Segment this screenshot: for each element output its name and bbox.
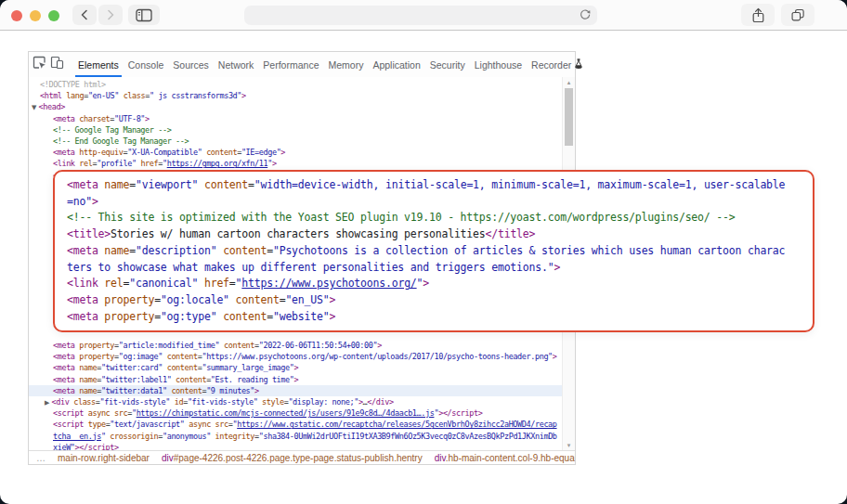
code-line[interactable]: <link rel="profile" href="https://gmpg.o… [29, 158, 562, 169]
code-seg-ar: ▶ [45, 399, 52, 407]
scroll-up-icon[interactable]: ▴ [563, 78, 575, 87]
code-line[interactable]: tcha__en.js" crossorigin="anonymous" int… [29, 431, 562, 442]
chevron-left-icon [80, 9, 89, 20]
tab-elements[interactable]: Elements [73, 52, 124, 77]
close-window-button[interactable] [11, 10, 22, 21]
tab-recorder[interactable]: Recorder [527, 52, 588, 77]
code-seg-tg: > [280, 148, 285, 157]
share-button[interactable] [741, 4, 775, 26]
address-bar[interactable] [244, 6, 597, 25]
code-seg-tg: > [553, 352, 557, 361]
code-line[interactable]: =no"> [67, 194, 801, 211]
code-line[interactable]: <title>Stories w/ human cartoon characte… [67, 226, 801, 243]
code-seg-cm: <!-- This site is optimized with the Yoa… [67, 211, 735, 224]
code-line[interactable]: <!-- Google Tag Manager --> [29, 124, 562, 136]
code-seg-vl: "article:modified_time" [119, 341, 220, 350]
breadcrumb-item[interactable]: main-row.right-sidebar [58, 453, 150, 463]
code-seg-tg: > [377, 341, 382, 350]
code-line[interactable]: <html lang="en-US" class=" js csstransfo… [29, 90, 562, 101]
refresh-icon[interactable] [579, 8, 592, 25]
code-seg-tg: <div [52, 397, 74, 407]
breadcrumb-item[interactable]: … [36, 453, 46, 463]
code-seg-tg: > [92, 195, 98, 208]
code-seg-at: property [104, 293, 154, 306]
code-line[interactable]: <meta charset="UTF-8"> [29, 113, 562, 124]
code-line[interactable]: <!DOCTYPE html> [29, 79, 562, 90]
tab-application[interactable]: Application [368, 52, 424, 77]
flask-icon [574, 58, 583, 71]
code-seg-vl: "og:locale" [161, 293, 229, 306]
code-seg-cm: <!-- End Google Tag Manager --> [53, 136, 189, 146]
code-line[interactable]: ters to showcase what makes up different… [67, 260, 801, 277]
code-line[interactable]: <meta property="article:modified_time" c… [29, 340, 562, 351]
breadcrumb-item[interactable]: div#page-4226.post-4226.page.type-page.s… [162, 453, 423, 463]
code-seg-at: style [262, 397, 284, 407]
scroll-down-icon[interactable]: ▾ [563, 441, 575, 450]
code-seg-dt: <!DOCTYPE html> [40, 80, 106, 89]
code-seg-vl: "Psychotoons is a collection of articles… [273, 244, 785, 257]
code-seg-vl: =no" [67, 195, 92, 208]
tab-console[interactable]: Console [124, 52, 169, 77]
code-seg-tg: > [241, 91, 246, 100]
code-seg-tg: > [329, 310, 335, 323]
tab-lighthouse[interactable]: Lighthouse [470, 52, 527, 77]
code-line[interactable]: ▼ <head> [29, 101, 562, 112]
code-line[interactable]: <script async src="https://chimpstatic.c… [29, 407, 562, 419]
code-line[interactable]: <meta name="twitter:card" content="summa… [29, 362, 562, 373]
forward-button[interactable] [98, 5, 123, 25]
back-button[interactable] [72, 5, 97, 25]
device-toolbar-button[interactable] [50, 56, 64, 74]
tab-label: Sources [173, 59, 209, 71]
code-seg-vl: "og:image" [119, 352, 163, 361]
code-seg-at: lang [66, 91, 84, 100]
code-line[interactable]: <link rel="canonical" href="https://www.… [67, 276, 801, 292]
code-seg-at: href [140, 159, 158, 168]
code-seg-vl: "fit-vids-style" [100, 397, 170, 407]
sidebar-toggle-button[interactable] [128, 5, 160, 25]
code-seg-tx: = [267, 310, 273, 323]
tab-label: Elements [78, 59, 119, 71]
tab-network[interactable]: Network [214, 52, 259, 77]
code-seg-tg: > [329, 293, 335, 306]
code-seg-vl: "website" [273, 310, 330, 323]
code-seg-ar: ▼ [32, 104, 39, 111]
tab-security[interactable]: Security [425, 52, 470, 77]
scrollbar-thumb[interactable] [565, 88, 573, 146]
code-line[interactable]: <script type="text/javascript" async src… [29, 419, 562, 430]
code-seg-tx: = [267, 244, 273, 257]
code-line[interactable]: <meta name="twitter:label1" content="Est… [29, 374, 562, 385]
code-seg-tg: > [423, 277, 429, 290]
device-toolbar-icon [50, 56, 64, 73]
tab-overview-button[interactable] [781, 4, 814, 26]
code-seg-tx: = [229, 277, 236, 290]
code-seg-vl: "summary_large_image" [202, 363, 293, 372]
code-line[interactable]: <!-- End Google Tag Manager --> [29, 136, 562, 147]
code-line[interactable]: <meta name="viewport" content="width=dev… [67, 177, 801, 194]
code-seg-vl: "fit-vids-style" [188, 397, 257, 407]
inspect-element-button[interactable] [33, 56, 46, 74]
code-seg-vl: "twitter:label1" [101, 375, 171, 384]
code-seg-tg: <script [53, 420, 88, 429]
code-seg-tg: <meta [67, 178, 104, 191]
tab-memory[interactable]: Memory [323, 52, 368, 77]
code-seg-lk: https://www.psychotoons.org/ [241, 277, 416, 290]
code-seg-tx [198, 178, 204, 191]
tab-performance[interactable]: Performance [258, 52, 323, 77]
inspect-element-icon [33, 56, 46, 73]
tab-sources[interactable]: Sources [168, 52, 214, 77]
code-line[interactable]: <meta property="og:locale" content="en_U… [67, 292, 801, 309]
code-line[interactable]: <!-- This site is optimized with the Yoa… [67, 210, 801, 226]
tab-label: Network [218, 59, 254, 71]
code-line[interactable]: <meta property="og:type" content="websit… [67, 309, 801, 326]
code-line[interactable]: <meta name="description" content="Psycho… [67, 243, 801, 260]
code-line[interactable]: <meta property="og:image" content="https… [29, 351, 562, 362]
code-line[interactable]: ▶ <div class="fit-vids-style" id="fit-vi… [29, 396, 562, 407]
minimize-window-button[interactable] [30, 10, 41, 21]
code-line[interactable]: <meta name="twitter:data1" content="9 mi… [29, 385, 562, 396]
code-seg-tx: Stories w/ human cartoon characters show… [111, 227, 485, 240]
code-line[interactable]: <meta http-equiv="X-UA-Compatible" conte… [29, 147, 562, 158]
code-seg-tg: </div> [367, 397, 393, 407]
breadcrumb-item[interactable]: div.hb-main-content.col-9.hb-equal-col-h… [435, 453, 575, 463]
code-seg-at: async [88, 408, 111, 418]
zoom-window-button[interactable] [48, 10, 59, 21]
